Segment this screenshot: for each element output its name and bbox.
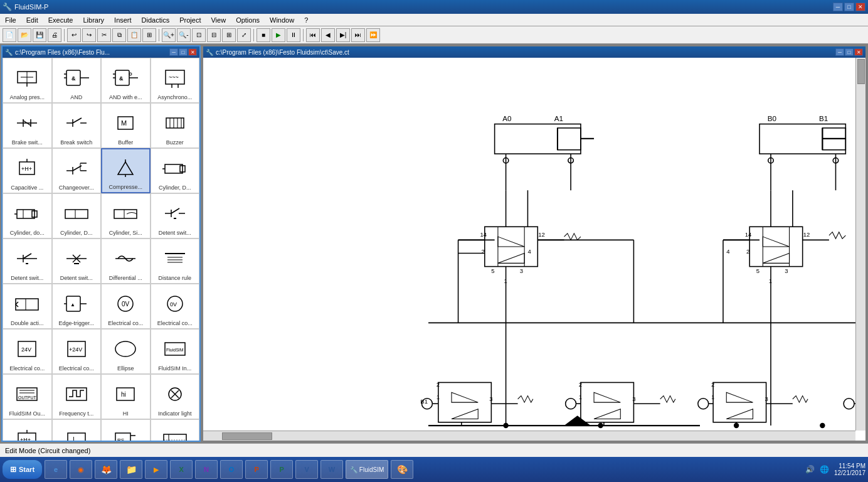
menu-view[interactable]: View bbox=[206, 15, 231, 25]
menu-insert[interactable]: Insert bbox=[109, 15, 137, 25]
zoom-reset-button[interactable]: ⤢ bbox=[237, 28, 251, 42]
taskbar-explorer[interactable]: 📁 bbox=[120, 460, 142, 479]
circuit-scroll-thumb-v[interactable] bbox=[857, 59, 865, 84]
lib-item-compressor[interactable]: Compresse... bbox=[101, 148, 151, 193]
title-bar-controls[interactable]: ─ □ ✕ bbox=[833, 3, 865, 11]
zoom-in-button[interactable]: 🔍+ bbox=[162, 28, 176, 42]
menu-options[interactable]: Options bbox=[231, 15, 265, 25]
minimize-button[interactable]: ─ bbox=[833, 3, 843, 11]
fast-fwd-button[interactable]: ⏩ bbox=[366, 28, 380, 42]
taskbar-fluidsim[interactable]: 🔧 FluidSIM bbox=[346, 460, 388, 479]
zoom-custom-button[interactable]: ⊞ bbox=[222, 28, 236, 42]
close-button[interactable]: ✕ bbox=[855, 3, 865, 11]
lib-item-electrical-co2[interactable]: 0V Electrical co... bbox=[151, 284, 200, 329]
lib-item-async[interactable]: ~~~ Asynchrono... bbox=[151, 58, 200, 103]
lib-item-detent[interactable]: Detent swit... bbox=[151, 193, 200, 238]
lib-item-buzzer[interactable]: Buzzer bbox=[151, 103, 200, 148]
zoom-out-button[interactable]: 🔍- bbox=[177, 28, 191, 42]
taskbar-firefox[interactable]: 🦊 bbox=[95, 460, 117, 479]
taskbar-visio[interactable]: V bbox=[295, 460, 318, 479]
lib-item-electrical-co4[interactable]: +24V Electrical co... bbox=[52, 329, 102, 374]
lib-item-cylinder-do[interactable]: Cylinder, do... bbox=[3, 193, 52, 238]
circuit-content[interactable]: .circuit-text { font-size: 11px; font-fa… bbox=[203, 58, 865, 441]
library-window-controls[interactable]: ─ □ ✕ bbox=[169, 48, 197, 56]
library-maximize[interactable]: □ bbox=[179, 48, 188, 56]
lib-item-and-e[interactable]: & AND with e... bbox=[101, 58, 151, 103]
lib-item-detent2[interactable]: Detent swit... bbox=[3, 238, 52, 284]
lib-item-break[interactable]: Break switch bbox=[52, 103, 102, 148]
circuit-scrollbar-h[interactable] bbox=[203, 431, 855, 441]
step-fwd-button[interactable]: ▶| bbox=[336, 28, 350, 42]
print-button[interactable]: 🖨 bbox=[48, 28, 61, 42]
lib-item-input[interactable]: I Input bbox=[52, 419, 102, 441]
taskbar-media[interactable]: ▶ bbox=[145, 460, 167, 479]
save-button[interactable]: 💾 bbox=[33, 28, 46, 42]
circuit-scroll-thumb-h[interactable] bbox=[222, 432, 272, 440]
taskbar-clock[interactable]: 11:54 PM 12/21/2017 bbox=[834, 463, 865, 476]
lib-item-electrical-co3[interactable]: 24V Electrical co... bbox=[3, 329, 52, 374]
circuit-minimize[interactable]: ─ bbox=[835, 48, 844, 56]
taskbar-browser2[interactable]: ◉ bbox=[70, 460, 92, 479]
start-button[interactable]: ⊞ Start bbox=[3, 460, 42, 479]
lib-item-distance[interactable]: Distance rule bbox=[151, 238, 200, 284]
paste-button[interactable]: 📋 bbox=[127, 28, 141, 42]
lib-item-capacitive[interactable]: +H+ Capacitive ... bbox=[3, 148, 52, 193]
circuit-scrollbar-v[interactable] bbox=[855, 58, 865, 431]
zoom-full-button[interactable]: ⊟ bbox=[207, 28, 221, 42]
pause-button[interactable]: ⏸ bbox=[287, 28, 300, 42]
lib-item-frequency[interactable]: Frequency t... bbox=[52, 374, 102, 419]
taskbar-excel[interactable]: X bbox=[170, 460, 193, 479]
zoom-fit-button[interactable]: ⊡ bbox=[192, 28, 206, 42]
lib-item-detent3[interactable]: Detent swit... bbox=[52, 238, 102, 284]
menu-didactics[interactable]: Didactics bbox=[137, 15, 175, 25]
lib-item-electrical-co[interactable]: 0V Electrical co... bbox=[101, 284, 151, 329]
lib-item-linear[interactable]: Linear Drive... bbox=[151, 419, 200, 441]
prev-start-button[interactable]: ⏮ bbox=[306, 28, 320, 42]
lib-item-hi[interactable]: hi HI bbox=[101, 374, 151, 419]
open-button[interactable]: 📂 bbox=[18, 28, 31, 42]
lib-item-indicator[interactable]: Indicator light bbox=[151, 374, 200, 419]
lib-item-fluidsim-in[interactable]: FluidSIM FluidSIM In... bbox=[151, 329, 200, 374]
lib-item-inductive[interactable]: +H+ Inductive pr... bbox=[3, 419, 52, 441]
lib-item-cylinder-d2[interactable]: Cylinder, D... bbox=[52, 193, 102, 238]
lib-item-and[interactable]: & AND bbox=[52, 58, 102, 103]
cut-button[interactable]: ✂ bbox=[97, 28, 111, 42]
copy-button[interactable]: ⧉ bbox=[112, 28, 126, 42]
lib-item-analog-pres[interactable]: Analog pres... bbox=[3, 58, 52, 103]
library-close[interactable]: ✕ bbox=[188, 48, 197, 56]
step-back-button[interactable]: ◀ bbox=[321, 28, 335, 42]
paste2-button[interactable]: ⊞ bbox=[142, 28, 156, 42]
play-button[interactable]: ▶ bbox=[272, 28, 285, 42]
lib-item-changeover[interactable]: Changeover... bbox=[52, 148, 102, 193]
circuit-close[interactable]: ✕ bbox=[854, 48, 863, 56]
lib-item-differential[interactable]: Differential ... bbox=[101, 238, 151, 284]
menu-help[interactable]: ? bbox=[299, 15, 313, 25]
new-button[interactable]: 📄 bbox=[3, 28, 16, 42]
circuit-window-controls[interactable]: ─ □ ✕ bbox=[835, 48, 863, 56]
menu-edit[interactable]: Edit bbox=[21, 15, 43, 25]
lib-item-fluidsim-out[interactable]: OUTPUT FluidSIM Ou... bbox=[3, 374, 52, 419]
redo-button[interactable]: ↪ bbox=[82, 28, 96, 42]
taskbar-powerpoint[interactable]: P bbox=[245, 460, 268, 479]
taskbar-project[interactable]: P bbox=[270, 460, 293, 479]
taskbar-ie[interactable]: e bbox=[45, 460, 67, 479]
menu-window[interactable]: Window bbox=[265, 15, 299, 25]
next-end-button[interactable]: ⏭ bbox=[351, 28, 365, 42]
taskbar-paint[interactable]: 🎨 bbox=[391, 460, 413, 479]
maximize-button[interactable]: □ bbox=[844, 3, 854, 11]
lib-item-ellipse[interactable]: Ellipse bbox=[101, 329, 151, 374]
circuit-maximize[interactable]: □ bbox=[845, 48, 854, 56]
taskbar-onenote[interactable]: N bbox=[195, 460, 218, 479]
menu-project[interactable]: Project bbox=[174, 15, 206, 25]
lib-item-cylinder-si[interactable]: Cylinder, Si... bbox=[101, 193, 151, 238]
library-minimize[interactable]: ─ bbox=[169, 48, 178, 56]
menu-file[interactable]: File bbox=[0, 15, 21, 25]
undo-button[interactable]: ↩ bbox=[67, 28, 81, 42]
lib-item-cylinder-d[interactable]: Cylinder, D... bbox=[151, 148, 200, 193]
lib-item-buffer[interactable]: M Buffer bbox=[101, 103, 151, 148]
lib-item-latching[interactable]: RS Latching relay bbox=[101, 419, 151, 441]
menu-execute[interactable]: Execute bbox=[43, 15, 78, 25]
stop-button[interactable]: ■ bbox=[257, 28, 270, 42]
lib-item-edge-trigger[interactable]: ▲ Edge-trigger... bbox=[52, 284, 102, 329]
menu-library[interactable]: Library bbox=[78, 15, 109, 25]
